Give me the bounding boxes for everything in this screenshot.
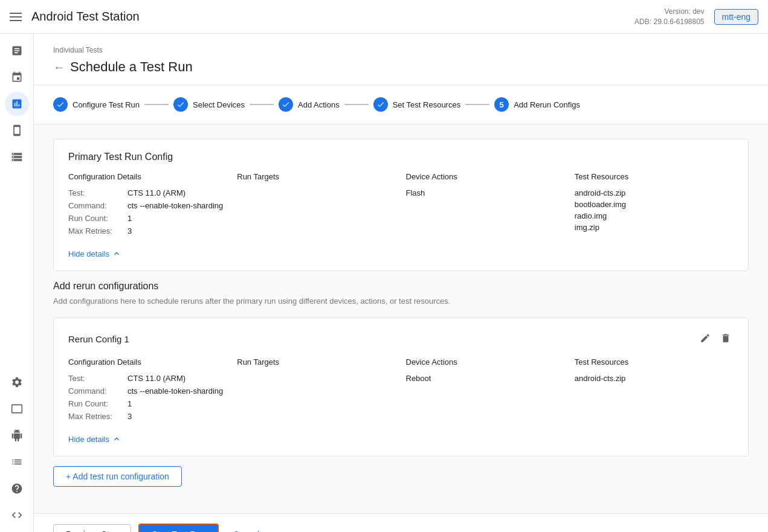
version-info: Version: dev ADB: 29.0.6-6198805 xyxy=(634,7,704,27)
command-value: cts --enable-token-sharding xyxy=(127,201,223,210)
step-1: Configure Test Run xyxy=(53,97,140,112)
resource-3: img.zip xyxy=(575,223,734,232)
rerun-config-1-grid: Configuration Details Test: CTS 11.0 (AR… xyxy=(68,357,734,425)
step-3-label: Add Actions xyxy=(298,100,340,109)
hamburger-icon[interactable] xyxy=(10,13,22,21)
user-badge[interactable]: mtt-eng xyxy=(714,9,758,25)
scroll-content: Primary Test Run Config Configuration De… xyxy=(34,124,768,513)
primary-config-title: Primary Test Run Config xyxy=(68,152,734,162)
page-title: Schedule a Test Run xyxy=(70,59,193,75)
max-retries-value: 3 xyxy=(127,226,132,236)
step-2: Select Devices xyxy=(173,97,245,112)
device-actions-col: Device Actions Flash xyxy=(406,172,565,239)
top-header: Android Test Station Version: dev ADB: 2… xyxy=(0,0,768,34)
run-count-value: 1 xyxy=(127,214,132,223)
rerun-device-actions-col: Device Actions Reboot xyxy=(406,357,565,425)
rerun-config-test-row: Test: CTS 11.0 (ARM) xyxy=(68,374,227,383)
stepper-container: Configure Test Run Select Devices Add xyxy=(34,85,768,124)
rerun-resource-0: android-cts.zip xyxy=(575,374,734,383)
sidebar-item-code[interactable] xyxy=(5,503,29,527)
rerun-config-1-edit-btn[interactable] xyxy=(697,330,713,348)
primary-config-card: Primary Test Run Config Configuration De… xyxy=(53,139,749,271)
rerun-config-1-card: Rerun Config 1 Con xyxy=(53,318,749,457)
step-connector-3 xyxy=(344,104,369,105)
config-details-col: Configuration Details Test: CTS 11.0 (AR… xyxy=(68,172,227,239)
sidebar-item-servers[interactable] xyxy=(5,145,29,169)
step-connector-4 xyxy=(465,104,489,105)
sidebar-item-window[interactable] xyxy=(5,397,29,421)
content-area: Individual Tests ← Schedule a Test Run C… xyxy=(34,34,768,532)
back-button[interactable]: ← xyxy=(53,60,65,74)
command-label: Command: xyxy=(68,201,123,210)
run-count-label: Run Count: xyxy=(68,214,123,223)
rerun-section: Add rerun configurations Add configurati… xyxy=(53,281,749,499)
rerun-card-1-actions xyxy=(697,330,734,348)
primary-config-grid: Configuration Details Test: CTS 11.0 (AR… xyxy=(68,172,734,239)
step-5-circle: 5 xyxy=(494,97,509,112)
rerun-card-1-title: Rerun Config 1 xyxy=(68,334,129,344)
primary-hide-details-btn[interactable]: Hide details xyxy=(68,249,121,258)
rerun-config-1-delete-btn[interactable] xyxy=(718,330,734,348)
breadcrumb: Individual Tests xyxy=(53,46,749,54)
config-runcount-row: Run Count: 1 xyxy=(68,214,227,223)
rerun-config-maxretries-row: Max Retries: 3 xyxy=(68,412,227,421)
header-right: Version: dev ADB: 29.0.6-6198805 mtt-eng xyxy=(634,7,758,27)
sidebar-item-analytics[interactable] xyxy=(5,92,29,116)
resource-1: bootloader.img xyxy=(575,200,734,209)
step-4-circle xyxy=(373,97,388,112)
primary-device-action: Flash xyxy=(406,188,565,197)
test-label: Test: xyxy=(68,188,123,197)
rerun-config-details-header: Configuration Details xyxy=(68,357,227,367)
sidebar xyxy=(0,34,34,532)
page-header: Individual Tests ← Schedule a Test Run xyxy=(34,34,768,85)
rerun-run-targets-col: Run Targets xyxy=(237,357,396,425)
config-maxretries-row: Max Retries: 3 xyxy=(68,226,227,236)
step-connector-2 xyxy=(250,104,274,105)
page-title-row: ← Schedule a Test Run xyxy=(53,59,749,75)
device-actions-header: Device Actions xyxy=(406,172,565,181)
step-2-label: Select Devices xyxy=(193,100,245,109)
step-3: Add Actions xyxy=(279,97,340,112)
main-layout: Individual Tests ← Schedule a Test Run C… xyxy=(0,34,768,532)
resource-0: android-cts.zip xyxy=(575,188,734,197)
config-details-header: Configuration Details xyxy=(68,172,227,181)
run-targets-col: Run Targets xyxy=(237,172,396,239)
header-left: Android Test Station xyxy=(10,10,140,24)
test-value: CTS 11.0 (ARM) xyxy=(127,188,186,197)
rerun-test-resources-col: Test Resources android-cts.zip xyxy=(575,357,734,425)
config-command-row: Command: cts --enable-token-sharding xyxy=(68,201,227,210)
step-4-label: Set Test Resources xyxy=(393,100,460,109)
step-1-label: Configure Test Run xyxy=(73,100,140,109)
step-connector-1 xyxy=(144,104,169,105)
test-resources-header: Test Resources xyxy=(575,172,734,181)
sidebar-item-settings[interactable] xyxy=(5,370,29,394)
rerun-config-command-row: Command: cts --enable-token-sharding xyxy=(68,386,227,396)
sidebar-item-android[interactable] xyxy=(5,423,29,447)
sidebar-item-help[interactable] xyxy=(5,476,29,501)
rerun-section-desc: Add configurations here to schedule reru… xyxy=(53,296,749,306)
sidebar-item-list[interactable] xyxy=(5,450,29,474)
stepper: Configure Test Run Select Devices Add xyxy=(53,97,749,112)
start-test-run-button[interactable]: Start Test Run xyxy=(138,524,218,532)
rerun-config-details-col: Configuration Details Test: CTS 11.0 (AR… xyxy=(68,357,227,425)
sidebar-item-tests[interactable] xyxy=(5,39,29,63)
rerun-card-1-header: Rerun Config 1 xyxy=(68,330,734,348)
max-retries-label: Max Retries: xyxy=(68,226,123,236)
test-resources-col: Test Resources android-cts.zip bootloade… xyxy=(575,172,734,239)
bottom-actions: Previous Step Start Test Run Cancel xyxy=(34,513,768,532)
sidebar-item-devices[interactable] xyxy=(5,118,29,143)
rerun-hide-details-btn[interactable]: Hide details xyxy=(68,434,121,444)
rerun-section-title: Add rerun configurations xyxy=(53,281,749,292)
rerun-device-action: Reboot xyxy=(406,374,565,383)
step-5-label: Add Rerun Configs xyxy=(514,100,580,109)
previous-step-button[interactable]: Previous Step xyxy=(53,524,131,532)
resource-2: radio.img xyxy=(575,211,734,220)
step-2-circle xyxy=(173,97,188,112)
step-1-circle xyxy=(53,97,68,112)
app-title: Android Test Station xyxy=(31,10,140,24)
sidebar-item-schedule[interactable] xyxy=(5,65,29,89)
step-3-circle xyxy=(279,97,293,112)
add-config-button[interactable]: + Add test run configuration xyxy=(53,466,182,487)
config-test-row: Test: CTS 11.0 (ARM) xyxy=(68,188,227,197)
cancel-button[interactable]: Cancel xyxy=(226,525,267,532)
